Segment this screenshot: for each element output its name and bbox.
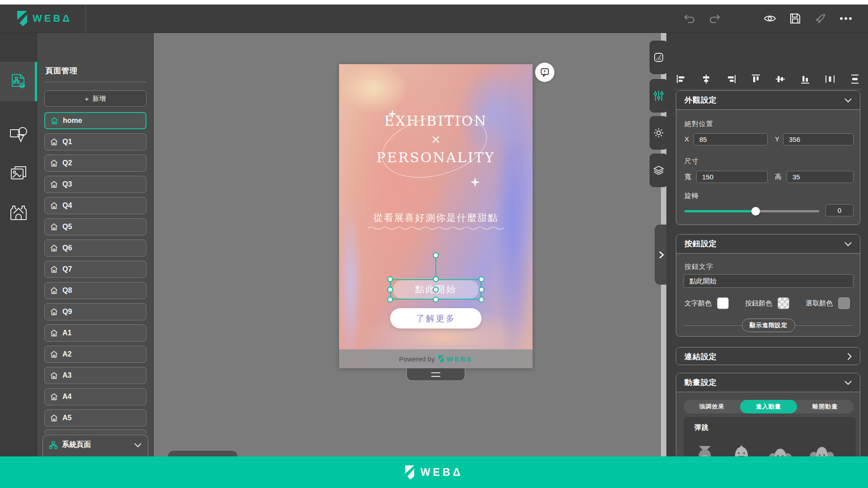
page-list-item[interactable]: A4: [44, 388, 146, 405]
page-list-item[interactable]: Q1: [44, 133, 146, 150]
design-canvas[interactable]: EXHIBITION × PERSONALITY 從看展喜好測你是什麼甜點 點此…: [339, 64, 533, 368]
select-color-row: 選取顏色: [806, 297, 850, 309]
hero-title: EXHIBITION × PERSONALITY: [339, 113, 533, 165]
page-label: Q9: [62, 308, 72, 316]
sidebar-item-elements[interactable]: [0, 114, 37, 154]
height-input[interactable]: [787, 171, 854, 183]
center-handle[interactable]: [433, 287, 439, 293]
page-list-item[interactable]: Q2: [44, 155, 146, 172]
sidebar-item-media[interactable]: [0, 154, 37, 193]
home-icon: [50, 202, 58, 209]
align-left-icon[interactable]: [675, 73, 687, 85]
slider-thumb[interactable]: [751, 207, 760, 216]
comment-bubble-button[interactable]: [535, 62, 555, 82]
redo-icon[interactable]: [708, 12, 722, 25]
more-button[interactable]: 了解更多: [390, 308, 481, 328]
text-color-row: 文字顏色: [684, 297, 729, 309]
resize-handle-s[interactable]: [433, 297, 439, 303]
page-label: Q5: [62, 223, 72, 231]
select-color-swatch[interactable]: [838, 297, 850, 309]
link-settings-header[interactable]: 連結設定: [676, 347, 860, 365]
weba-editor: WEBΔ: [0, 0, 868, 488]
advanced-divider: 顯示進階設定: [684, 319, 853, 332]
page-list-item[interactable]: A1: [44, 324, 146, 342]
resize-handle-e[interactable]: [479, 287, 485, 293]
rotation-handle[interactable]: [433, 253, 439, 258]
distribute-horizontal-icon[interactable]: [824, 73, 836, 85]
page-list-item[interactable]: Q5: [44, 218, 146, 235]
page-list-item[interactable]: Q3: [44, 176, 146, 193]
publish-rocket-icon[interactable]: [814, 12, 827, 25]
canvas-menu-tab[interactable]: [406, 368, 465, 381]
anim-preview-bounce-2[interactable]: [731, 443, 751, 458]
page-list-item[interactable]: Q4: [44, 197, 146, 214]
tab-style[interactable]: [650, 41, 668, 74]
button-color-label: 按鈕顏色: [745, 299, 772, 308]
tab-properties[interactable]: [650, 79, 668, 113]
show-advanced-button[interactable]: 顯示進階設定: [742, 319, 795, 332]
weba-logo: WEBΔ: [17, 11, 72, 26]
tab-layers[interactable]: [650, 154, 668, 187]
resize-handle-ne[interactable]: [479, 277, 485, 282]
footer-bar: WEBΔ: [0, 456, 868, 488]
page-label: A4: [62, 393, 71, 401]
resize-handle-sw[interactable]: [387, 297, 393, 303]
more-ellipsis-icon[interactable]: [839, 12, 853, 25]
align-center-vertical-icon[interactable]: [774, 73, 786, 85]
width-input[interactable]: [696, 171, 768, 183]
animation-tab[interactable]: 強調效果: [684, 400, 740, 413]
hero-x: ×: [339, 132, 533, 146]
collapse-panel-button[interactable]: [655, 225, 668, 285]
add-page-button[interactable]: + 新增: [44, 90, 146, 107]
page-list-item[interactable]: Q9: [44, 303, 146, 320]
animation-tab[interactable]: 離開動畫: [797, 400, 854, 413]
sidebar-item-pages[interactable]: [0, 62, 37, 101]
sidebar-item-templates[interactable]: [0, 192, 37, 232]
page-label: home: [63, 117, 82, 125]
page-list-item[interactable]: A5: [44, 409, 146, 427]
button-settings-header[interactable]: 按鈕設定: [676, 235, 860, 253]
rotation-input[interactable]: [826, 204, 854, 216]
page-label: Q1: [62, 138, 72, 146]
anim-preview-bounce-4[interactable]: [809, 443, 835, 458]
page-list-item[interactable]: home: [44, 112, 146, 129]
animation-tab[interactable]: 進入動畫: [740, 400, 797, 413]
distribute-vertical-icon[interactable]: [849, 73, 861, 85]
weba-shield-icon: [405, 465, 416, 479]
home-icon: [50, 372, 58, 379]
resize-handle-n[interactable]: [433, 277, 439, 282]
animation-settings-header[interactable]: 動畫設定: [676, 373, 860, 392]
page-list-item[interactable]: Q7: [44, 261, 146, 278]
resize-handle-se[interactable]: [479, 297, 485, 303]
page-list-item[interactable]: A3: [44, 367, 146, 384]
anim-preview-bounce-3[interactable]: [768, 443, 793, 458]
button-color-swatch[interactable]: [778, 297, 789, 309]
undo-icon[interactable]: [683, 12, 696, 25]
save-icon[interactable]: [788, 12, 802, 25]
page-label: Q7: [62, 265, 72, 273]
home-icon: [50, 287, 58, 294]
logo-cell[interactable]: WEBΔ: [0, 5, 86, 33]
x-input[interactable]: [693, 133, 768, 145]
y-input[interactable]: [783, 133, 854, 145]
system-pages-toggle[interactable]: 系統頁面: [43, 435, 148, 450]
preview-eye-icon[interactable]: [763, 12, 777, 25]
button-text-input[interactable]: [684, 274, 854, 288]
rotation-slider[interactable]: [684, 210, 819, 212]
page-list-item[interactable]: A2: [44, 346, 146, 363]
tab-settings[interactable]: [650, 116, 668, 150]
page-structure-icon: [9, 73, 28, 91]
resize-handle-nw[interactable]: [387, 277, 393, 282]
align-bottom-icon[interactable]: [799, 73, 811, 85]
page-list-item[interactable]: Q6: [44, 239, 146, 257]
text-color-swatch[interactable]: [717, 297, 729, 309]
align-top-icon[interactable]: [750, 73, 762, 85]
page-list-item[interactable]: Q8: [44, 282, 146, 299]
anim-preview-bounce-1[interactable]: [694, 443, 715, 458]
appearance-header[interactable]: 外觀設定: [676, 91, 860, 110]
home-icon: [50, 244, 58, 252]
align-right-icon[interactable]: [725, 73, 737, 85]
home-icon: [50, 223, 58, 230]
align-center-horizontal-icon[interactable]: [700, 73, 712, 85]
resize-handle-w[interactable]: [387, 287, 393, 293]
